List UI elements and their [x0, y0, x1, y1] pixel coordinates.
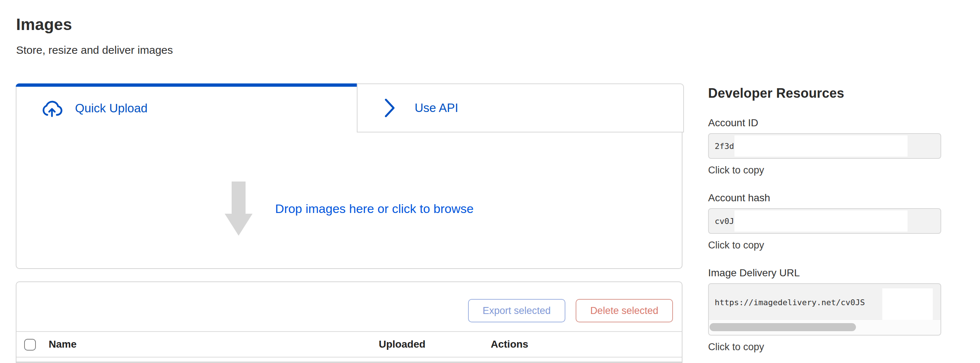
table-header-row: Name Uploaded Actions — [16, 331, 682, 358]
image-delivery-url-value: https://imagedelivery.net/cv0JS — [715, 284, 865, 320]
column-header-uploaded: Uploaded — [379, 332, 426, 357]
account-hash-copy-hint[interactable]: Click to copy — [708, 240, 941, 251]
account-hash-label: Account hash — [708, 192, 941, 204]
cloud-upload-icon — [40, 99, 64, 118]
table-row-divider — [16, 361, 682, 363]
table-actions: Export selected Delete selected — [468, 299, 673, 322]
account-id-value: 2f3d — [715, 134, 734, 158]
column-header-name: Name — [49, 332, 76, 357]
url-scrollbar-track — [709, 320, 940, 335]
developer-resources-panel: Developer Resources Account ID 2f3d Clic… — [708, 86, 941, 353]
page-title: Images — [16, 15, 72, 33]
upload-panel: Quick Upload Use API Drop images here or… — [16, 83, 682, 269]
tab-quick-upload[interactable]: Quick Upload — [16, 84, 357, 132]
tab-quick-upload-label: Quick Upload — [75, 101, 148, 115]
images-dashboard-page: Images Store, resize and deliver images … — [0, 0, 980, 363]
account-hash-value-box[interactable]: cv0J — [708, 208, 941, 234]
account-id-copy-hint[interactable]: Click to copy — [708, 165, 941, 176]
image-delivery-url-label: Image Delivery URL — [708, 267, 941, 279]
dropzone-label: Drop images here or click to browse — [275, 202, 474, 216]
delete-selected-button[interactable]: Delete selected — [576, 299, 673, 322]
down-arrow-icon — [225, 182, 253, 236]
tab-use-api[interactable]: Use API — [357, 83, 684, 132]
account-hash-value: cv0J — [715, 209, 734, 233]
tab-use-api-label: Use API — [415, 101, 458, 115]
chevron-right-icon — [383, 98, 396, 118]
url-scrollbar-thumb[interactable] — [710, 323, 856, 331]
export-selected-button[interactable]: Export selected — [468, 299, 565, 322]
redaction-overlay — [735, 135, 908, 157]
dropzone[interactable]: Drop images here or click to browse — [16, 172, 682, 245]
images-table-panel: Export selected Delete selected Name Upl… — [16, 282, 682, 363]
redaction-overlay — [735, 210, 908, 232]
select-all-checkbox[interactable] — [24, 339, 36, 350]
developer-resources-title: Developer Resources — [708, 86, 941, 101]
image-delivery-url-copy-hint[interactable]: Click to copy — [708, 341, 941, 353]
image-delivery-url-box[interactable]: https://imagedelivery.net/cv0JS 2 — [708, 283, 941, 336]
column-header-actions: Actions — [491, 332, 528, 357]
page-subtitle: Store, resize and deliver images — [16, 44, 173, 56]
redaction-overlay — [882, 288, 933, 320]
account-id-value-box[interactable]: 2f3d — [708, 133, 941, 159]
account-id-label: Account ID — [708, 117, 941, 129]
